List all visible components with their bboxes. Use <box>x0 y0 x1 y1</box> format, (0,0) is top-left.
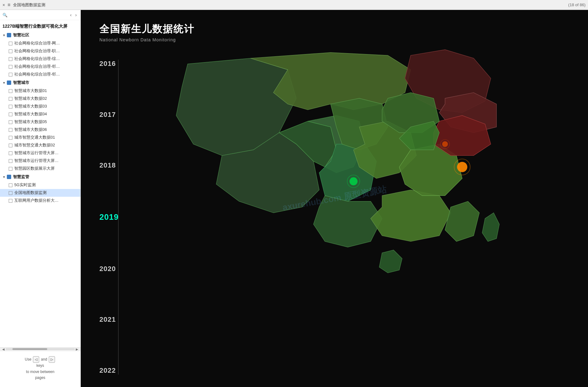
item-icon <box>9 167 12 171</box>
item-icon <box>9 136 12 140</box>
arrow-icon-3: ▼ <box>2 175 6 179</box>
item-icon <box>9 199 12 203</box>
menu-button[interactable]: ≡ <box>7 2 10 8</box>
data-dot-liaoning[interactable] <box>442 141 448 147</box>
key-left-icon: ◁ <box>33 356 39 363</box>
sidebar-tree: ▼ 智慧社区 社会网格化综合治理-网… 社会网格化综合治理-职… 社会网格化综合… <box>0 31 80 347</box>
data-dot-jiangsu[interactable] <box>457 162 467 172</box>
item-icon <box>9 89 12 93</box>
item-label: 社会网格化综合治理-职… <box>14 48 60 54</box>
list-item[interactable]: 社会网格化综合治理-网… <box>0 39 80 47</box>
list-item[interactable]: 社会网格化综合治理-邻… <box>0 71 80 78</box>
item-icon <box>9 49 12 53</box>
nav-prev-button[interactable]: ‹ <box>69 12 73 18</box>
category-label-1: 智慧社区 <box>13 32 29 38</box>
data-dot-sichuan[interactable] <box>349 177 358 185</box>
item-label: 智慧城市大数据03 <box>14 104 47 109</box>
year-2017[interactable]: 2017 <box>99 111 119 119</box>
item-icon <box>9 97 12 101</box>
scrollbar-track[interactable] <box>6 348 75 350</box>
footer-hint-pages: pages <box>35 375 45 380</box>
region-guangdong[interactable] <box>371 190 451 242</box>
sidebar-footer: Use ◁ and ▷ keys to move between pages <box>0 351 80 387</box>
list-item[interactable]: 社会网格化综合治理-邻… <box>0 63 80 71</box>
project-title: 1227B端智慧行业数据可视化大屏 <box>0 20 80 31</box>
china-map-svg <box>130 10 588 387</box>
footer-hint-keys: keys <box>36 363 44 368</box>
list-item[interactable]: 智慧城市大数据01 <box>0 87 80 95</box>
scroll-left-arrow[interactable]: ◀ <box>1 348 6 351</box>
list-item[interactable]: 城市智慧交通大数据01 <box>0 134 80 141</box>
item-icon <box>9 151 12 155</box>
map-title-main: 全国新生儿数据统计 <box>99 22 194 36</box>
page-info: (18 of 86) <box>568 2 586 7</box>
item-label: 社会网格化综合治理-邻… <box>14 72 60 77</box>
horizontal-scrollbar[interactable]: ◀ ▶ <box>0 347 80 351</box>
item-label: 智慧城市大数据02 <box>14 96 47 101</box>
sidebar-category-1[interactable]: ▼ 智慧社区 <box>0 31 80 39</box>
item-icon <box>9 73 12 76</box>
item-icon <box>9 128 12 132</box>
list-item[interactable]: 智慧城市运行管理大屏… <box>0 149 80 157</box>
key-right-icon: ▷ <box>49 356 55 363</box>
search-input[interactable] <box>9 13 68 17</box>
main-layout: 🔍 ‹ › 1227B端智慧行业数据可视化大屏 ▼ 智慧社区 社会网格化综合治理… <box>0 10 588 387</box>
category-label-2: 智慧城市 <box>13 80 29 85</box>
content-area: axurehub.com 原型资源站 全国新生儿数据统计 National Ne… <box>81 10 588 387</box>
list-item[interactable]: 互联网用户数据分析大… <box>0 197 80 205</box>
scrollbar-thumb[interactable] <box>12 348 47 350</box>
search-icon: 🔍 <box>2 13 7 17</box>
item-label: 5G实时监测 <box>14 182 36 188</box>
list-item[interactable]: 智慧城市大数据02 <box>0 95 80 103</box>
region-yunnan[interactable] <box>313 196 382 247</box>
year-2021[interactable]: 2021 <box>99 316 119 324</box>
item-icon <box>9 42 12 45</box>
item-label: 社会网格化综合治理-网… <box>14 41 60 46</box>
year-timeline: 2016 2017 2018 2019 2020 2021 2022 <box>99 60 119 375</box>
item-icon <box>9 120 12 124</box>
item-label: 智慧城市大数据04 <box>14 112 47 117</box>
list-item-active[interactable]: 全国地图数据监测 <box>0 189 80 197</box>
scroll-right-arrow[interactable]: ▶ <box>75 348 79 351</box>
nav-next-button[interactable]: › <box>74 12 78 18</box>
sidebar-category-2[interactable]: ▼ 智慧城市 <box>0 78 80 87</box>
item-label: 社会网格化综合治理-综… <box>14 56 60 62</box>
map-svg-container <box>130 10 588 387</box>
arrow-icon-1: ▼ <box>2 34 6 37</box>
close-button[interactable]: × <box>2 2 5 7</box>
year-2020[interactable]: 2020 <box>99 265 119 273</box>
item-icon <box>9 183 12 187</box>
list-item[interactable]: 智慧城市大数据03 <box>0 103 80 110</box>
list-item[interactable]: 智慧城市大数据06 <box>0 126 80 134</box>
list-item[interactable]: 城市智慧交通大数据02 <box>0 141 80 149</box>
list-item[interactable]: 5G实时监测 <box>0 181 80 189</box>
arrow-icon-2: ▼ <box>2 81 6 85</box>
category-icon-2 <box>7 81 11 85</box>
year-2022[interactable]: 2022 <box>99 366 119 375</box>
item-icon <box>9 191 12 195</box>
year-2016[interactable]: 2016 <box>99 60 119 68</box>
footer-hint-move: to move between <box>26 370 54 374</box>
item-label: 城市智慧交通大数据02 <box>14 143 55 148</box>
item-label: 智慧园区数据展示大屏 <box>14 166 55 171</box>
map-title-sub: National Newborn Data Monitoring <box>99 37 194 42</box>
list-item[interactable]: 智慧园区数据展示大屏 <box>0 165 80 173</box>
list-item[interactable]: 智慧城市大数据04 <box>0 110 80 118</box>
list-item[interactable]: 智慧城市大数据05 <box>0 118 80 126</box>
item-label: 社会网格化综合治理-邻… <box>14 64 60 69</box>
year-2019-active[interactable]: 2019 <box>99 212 119 222</box>
item-icon <box>9 159 12 163</box>
item-icon <box>9 113 12 116</box>
category-icon-3 <box>7 175 11 179</box>
list-item[interactable]: 社会网格化综合治理-职… <box>0 47 80 55</box>
list-item[interactable]: 社会网格化综合治理-综… <box>0 55 80 63</box>
item-label: 智慧城市大数据01 <box>14 88 47 94</box>
footer-hint-and: and <box>41 357 47 362</box>
footer-hint-use: Use <box>25 357 31 362</box>
item-icon <box>9 105 12 108</box>
year-2018[interactable]: 2018 <box>99 161 119 169</box>
sidebar: 🔍 ‹ › 1227B端智慧行业数据可视化大屏 ▼ 智慧社区 社会网格化综合治理… <box>0 10 81 387</box>
list-item[interactable]: 智慧城市运行管理大屏… <box>0 157 80 165</box>
sidebar-category-3[interactable]: ▼ 智慧监管 <box>0 173 80 181</box>
item-icon <box>9 144 12 147</box>
